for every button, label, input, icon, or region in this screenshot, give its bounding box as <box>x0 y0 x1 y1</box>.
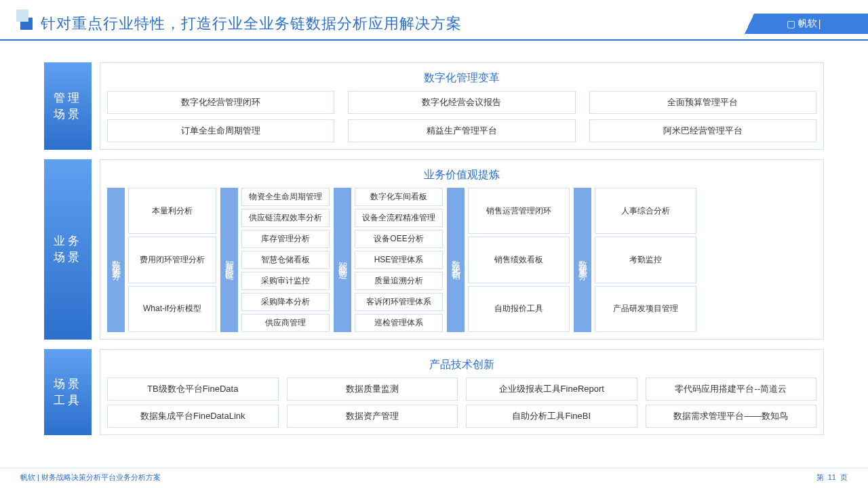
manage-cell: 数字化经营管理闭环 <box>107 91 334 114</box>
section-manage: 管理 场景 数字化管理变革 数字化经营管理闭环 数字化经营会议报告 全面预算管理… <box>44 62 824 150</box>
section-title-tools: 产品技术创新 <box>107 354 816 378</box>
biz-item: 供应链流程效率分析 <box>241 209 330 227</box>
biz-item: 供应商管理 <box>241 314 330 332</box>
biz-item: 本量利分析 <box>128 188 216 234</box>
manage-cell: 精益生产管理平台 <box>348 119 575 142</box>
biz-item: 数字化车间看板 <box>355 188 443 206</box>
biz-item: 库存管理分析 <box>241 230 330 248</box>
biz-item: 产品研发项目管理 <box>595 286 696 332</box>
biz-item: 考勤监控 <box>595 237 696 283</box>
tools-cell: 企业级报表工具FineReport <box>466 378 637 401</box>
section-title-biz: 业务价值观提炼 <box>107 164 816 188</box>
biz-item: 设备全流程精准管理 <box>355 209 443 227</box>
tools-cell: 数据资产管理 <box>287 405 458 428</box>
tools-cell: 数据需求管理平台——数知鸟 <box>646 405 817 428</box>
biz-item: 设备OEE分析 <box>355 230 443 248</box>
manage-cell: 数字化经营会议报告 <box>348 91 575 114</box>
page-title: 针对重点行业特性，打造行业全业务链数据分析应用解决方案 <box>41 14 462 34</box>
biz-col-supply: 智慧供应链 物资全生命周期管理 供应链流程效率分析 库存管理分析 智慧仓储看板 … <box>220 188 330 332</box>
biz-item: 巡检管理体系 <box>355 314 443 332</box>
section-label-tools: 场景 工具 <box>44 349 92 435</box>
biz-col-service: 数字化服务 人事综合分析 考勤监控 产品研发项目管理 <box>574 188 696 332</box>
footer-text: 帆软 | 财务战略决策分析平台业务分析方案 <box>20 472 161 483</box>
biz-item: HSE管理体系 <box>355 251 443 269</box>
biz-item: 采购降本分析 <box>241 293 330 311</box>
biz-vlabel-finance: 数字化财务 <box>107 188 125 332</box>
title-bullet-shadow <box>16 9 28 22</box>
biz-vlabel-mfg: 智能制造 <box>334 188 351 332</box>
tools-cell: 零代码应用搭建平台--简道云 <box>646 378 817 401</box>
tools-cell: 数据质量监测 <box>287 378 458 401</box>
footer: 帆软 | 财务战略决策分析平台业务分析方案 第 11 页 <box>0 468 868 488</box>
section-label-biz: 业务 场景 <box>44 159 92 340</box>
section-title-manage: 数字化管理变革 <box>107 67 816 91</box>
brand-badge: ▢帆软| <box>739 14 868 34</box>
biz-item: 质量追溯分析 <box>355 272 443 290</box>
page-number: 第 11 页 <box>816 472 848 483</box>
manage-cell: 阿米巴经营管理平台 <box>589 119 816 142</box>
biz-item: 智慧仓储看板 <box>241 251 330 269</box>
biz-item: 客诉闭环管理体系 <box>355 293 443 311</box>
tools-cell: 自助分析工具FineBI <box>466 405 637 428</box>
section-tools: 场景 工具 产品技术创新 TB级数仓平台FineData 数据质量监测 企业级报… <box>44 349 824 435</box>
biz-item: 采购审计监控 <box>241 272 330 290</box>
biz-item: 销售绩效看板 <box>468 237 570 283</box>
biz-item: 费用闭环管理分析 <box>128 237 216 283</box>
biz-item: 销售运营管理闭环 <box>468 188 570 234</box>
biz-item: 物资全生命周期管理 <box>241 188 330 206</box>
biz-item: What-if分析模型 <box>128 286 216 332</box>
tools-cell: 数据集成平台FineDataLink <box>107 405 279 428</box>
biz-item: 人事综合分析 <box>595 188 696 234</box>
manage-cell: 订单全生命周期管理 <box>107 119 334 142</box>
manage-cell: 全面预算管理平台 <box>589 91 816 114</box>
biz-vlabel-supply: 智慧供应链 <box>220 188 238 332</box>
tools-cell: TB级数仓平台FineData <box>107 378 279 401</box>
biz-vlabel-sales: 数字化营销 <box>447 188 465 332</box>
section-label-manage: 管理 场景 <box>44 62 92 150</box>
biz-col-sales: 数字化营销 销售运营管理闭环 销售绩效看板 自助报价工具 <box>447 188 570 332</box>
biz-vlabel-service: 数字化服务 <box>574 188 591 332</box>
biz-item: 自助报价工具 <box>468 286 570 332</box>
biz-col-finance: 数字化财务 本量利分析 费用闭环管理分析 What-if分析模型 <box>107 188 216 332</box>
section-biz: 业务 场景 业务价值观提炼 数字化财务 本量利分析 费用闭环管理分析 What-… <box>44 159 824 340</box>
biz-col-mfg: 智能制造 数字化车间看板 设备全流程精准管理 设备OEE分析 HSE管理体系 质… <box>334 188 443 332</box>
